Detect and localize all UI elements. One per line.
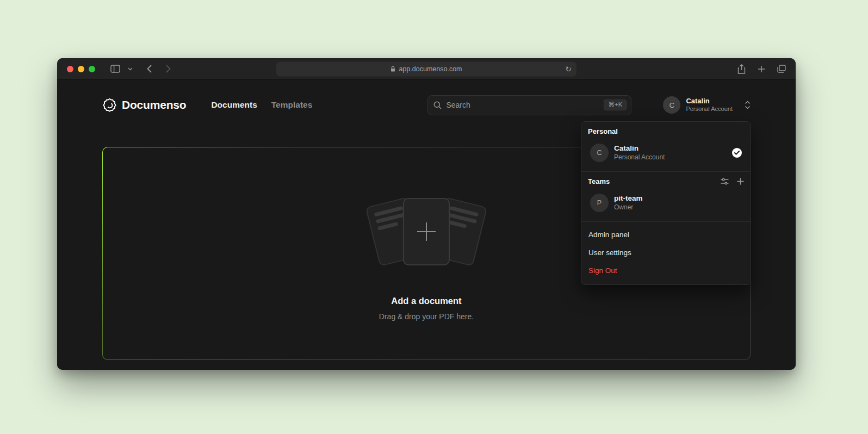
- address-bar[interactable]: app.documenso.com ↻: [276, 61, 576, 76]
- team-item[interactable]: P pit-team Owner: [588, 191, 744, 215]
- account-name: Catalin: [686, 97, 733, 106]
- brand-home-link[interactable]: Documenso: [102, 98, 186, 113]
- selected-check-icon: [732, 148, 742, 158]
- sign-out-item[interactable]: Sign Out: [581, 262, 751, 280]
- dropzone-subtitle: Drag & drop your PDF here.: [379, 312, 474, 321]
- personal-subtitle: Personal Account: [614, 153, 665, 162]
- teams-section-label: Teams: [588, 177, 610, 185]
- admin-panel-item[interactable]: Admin panel: [581, 226, 751, 244]
- tab-overview-icon[interactable]: [777, 65, 786, 73]
- dropzone-title: Add a document: [391, 296, 461, 306]
- account-subtitle: Personal Account: [686, 106, 733, 113]
- document-cards-illustration: [356, 186, 497, 277]
- document-card-center: [403, 198, 450, 265]
- search-box: ⌘+K: [427, 95, 631, 115]
- sidebar-toggle-icon[interactable]: [110, 65, 120, 73]
- url-text: app.documenso.com: [399, 65, 462, 73]
- search-input[interactable]: [446, 101, 599, 109]
- create-team-icon[interactable]: [737, 178, 744, 185]
- zoom-window-button[interactable]: [89, 66, 95, 72]
- forward-button[interactable]: [166, 65, 171, 73]
- personal-name: Catalin: [614, 144, 665, 153]
- new-tab-icon[interactable]: [758, 65, 765, 73]
- main-nav: Documents Templates: [211, 100, 312, 110]
- close-window-button[interactable]: [67, 66, 73, 72]
- team-avatar: P: [590, 194, 609, 212]
- nav-templates[interactable]: Templates: [271, 100, 313, 110]
- app-page: Documenso Documents Templates ⌘+K C Cata…: [57, 80, 796, 370]
- lock-icon: [390, 66, 395, 72]
- traffic-lights: [67, 66, 95, 72]
- team-name: pit-team: [614, 194, 643, 203]
- share-icon[interactable]: [737, 64, 746, 74]
- sidebar-chevron-down-icon[interactable]: [128, 67, 133, 71]
- nav-documents[interactable]: Documents: [211, 100, 257, 110]
- personal-account-item[interactable]: C Catalin Personal Account: [588, 141, 744, 165]
- teams-section: Teams: [581, 172, 751, 221]
- minimize-window-button[interactable]: [78, 66, 84, 72]
- account-dropdown-menu: Personal C Catalin Personal Account: [581, 121, 751, 285]
- chevron-up-down-icon: [745, 101, 751, 109]
- manage-teams-icon[interactable]: [721, 178, 729, 185]
- add-plus-icon: [417, 222, 436, 241]
- documenso-logo-icon: [102, 98, 117, 113]
- personal-section-label: Personal: [588, 127, 744, 135]
- team-role: Owner: [614, 203, 643, 212]
- personal-section: Personal C Catalin Personal Account: [581, 122, 751, 171]
- back-button[interactable]: [147, 65, 152, 73]
- menu-actions: Admin panel User settings Sign Out: [581, 222, 751, 284]
- browser-window: app.documenso.com ↻: [57, 58, 796, 370]
- search-icon: [433, 101, 442, 109]
- search-shortcut-badge: ⌘+K: [604, 100, 627, 110]
- user-settings-item[interactable]: User settings: [581, 244, 751, 262]
- account-avatar: C: [663, 96, 680, 114]
- personal-avatar: C: [590, 144, 609, 162]
- account-menu-trigger[interactable]: C Catalin Personal Account: [663, 96, 751, 114]
- brand-name: Documenso: [122, 98, 186, 111]
- browser-toolbar: app.documenso.com ↻: [57, 58, 796, 80]
- reload-icon[interactable]: ↻: [565, 65, 572, 73]
